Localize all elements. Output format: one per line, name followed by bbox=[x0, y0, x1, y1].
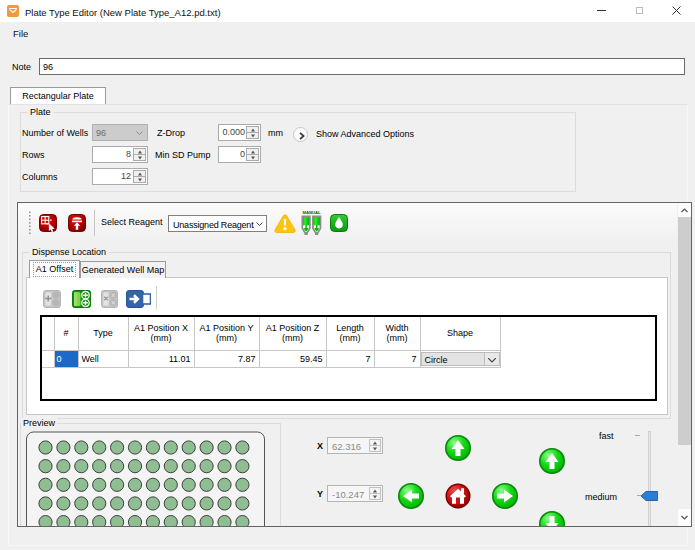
svg-text:MANUAL: MANUAL bbox=[302, 210, 321, 215]
